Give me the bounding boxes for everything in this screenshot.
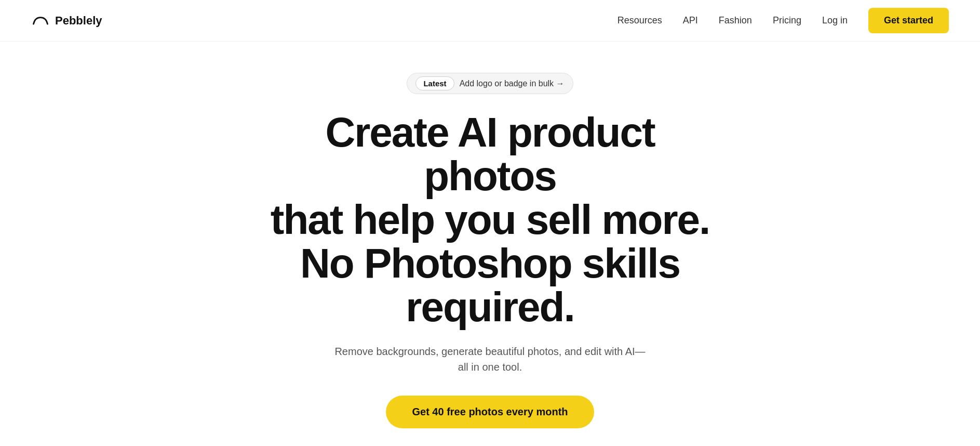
nav-link-resources[interactable]: Resources: [617, 15, 662, 26]
hero-title-line2: that help you sell more.: [271, 196, 710, 243]
nav-link-api[interactable]: API: [683, 15, 698, 26]
logo-icon: [31, 14, 50, 28]
hero-section: Latest Add logo or badge in bulk → Creat…: [0, 42, 980, 446]
nav-link-pricing[interactable]: Pricing: [773, 15, 801, 26]
hero-cta-button[interactable]: Get 40 free photos every month: [386, 396, 594, 428]
navigation: Pebblely Resources API Fashion Pricing L…: [0, 0, 980, 42]
hero-subtitle: Remove backgrounds, generate beautiful p…: [334, 344, 646, 375]
hero-badge[interactable]: Latest Add logo or badge in bulk →: [407, 73, 573, 94]
logo-text: Pebblely: [55, 14, 102, 28]
hero-title: Create AI product photos that help you s…: [257, 111, 724, 329]
get-started-button[interactable]: Get started: [868, 8, 949, 33]
nav-link-fashion[interactable]: Fashion: [719, 15, 752, 26]
nav-links: Resources API Fashion Pricing Log in Get…: [617, 8, 949, 33]
badge-text: Add logo or badge in bulk →: [460, 79, 565, 88]
badge-tag: Latest: [415, 76, 454, 90]
login-link[interactable]: Log in: [822, 15, 848, 26]
hero-title-line3: No Photoshop skills required.: [300, 240, 680, 330]
hero-title-line1: Create AI product photos: [325, 109, 654, 199]
logo[interactable]: Pebblely: [31, 14, 102, 28]
